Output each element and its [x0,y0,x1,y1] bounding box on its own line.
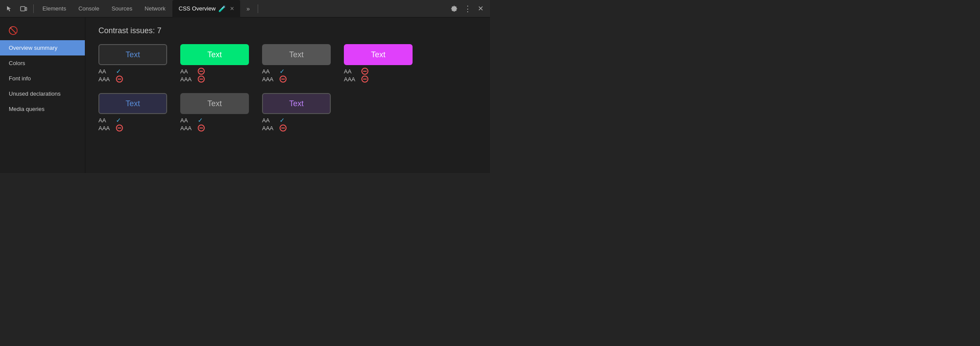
fail-icon-aa-4 [361,68,368,75]
check-row-aaa-1: AAA [98,76,123,83]
fail-icon-aaa-7 [280,125,287,131]
aaa-label-5: AAA [98,125,112,131]
contrast-checks-6: AA ✓ AAA [180,117,205,131]
aaa-label-1: AAA [98,76,112,83]
sidebar: 🚫 Overview summary Colors Font info Unus… [0,17,85,173]
check-row-aaa-3: AAA [262,76,287,83]
tab-close-icon[interactable]: × [230,5,234,13]
contrast-box-text-6: Text [207,99,222,108]
contrast-box-7[interactable]: Text [262,93,331,114]
contrast-item-4: Text AA AAA [344,44,413,83]
pass-icon-aa-1: ✓ [116,68,121,75]
aaa-label-7: AAA [262,125,276,131]
device-toggle-icon[interactable] [18,3,30,15]
contrast-item-5: Text AA ✓ AAA [98,93,167,131]
contrast-grid: Text AA ✓ AAA [98,44,477,131]
more-tabs-icon[interactable]: » [242,3,254,15]
contrast-item-3: Text AA ✓ AAA [262,44,331,83]
check-row-aa-6: AA ✓ [180,117,205,124]
fail-icon-aaa-6 [198,125,205,131]
fail-icon-aa-2 [198,68,205,75]
contrast-checks-2: AA AAA [180,68,205,83]
contrast-box-6[interactable]: Text [180,93,249,114]
pass-icon-aa-7: ✓ [280,117,285,124]
settings-icon[interactable] [448,3,460,15]
toolbar-right-controls: ⋮ ✕ [448,3,486,15]
aaa-label-6: AAA [180,125,194,131]
check-row-aa-4: AA [344,68,368,75]
aa-label-6: AA [180,117,194,124]
contrast-box-text-2: Text [207,50,222,59]
fail-icon-aaa-1 [116,76,123,83]
blocked-icon: 🚫 [7,24,19,37]
aaa-label-2: AAA [180,76,194,83]
contrast-checks-1: AA ✓ AAA [98,68,123,83]
tab-elements[interactable]: Elements [37,0,71,17]
check-row-aaa-6: AAA [180,125,205,131]
contrast-checks-4: AA AAA [344,68,368,83]
aaa-label-4: AAA [344,76,358,83]
toolbar-divider-2 [258,4,258,13]
contrast-box-3[interactable]: Text [262,44,331,65]
pass-icon-aa-3: ✓ [280,68,285,75]
tab-css-overview[interactable]: CSS Overview 🧪 × [172,0,240,17]
close-devtools-icon[interactable]: ✕ [474,3,486,15]
contrast-item-1: Text AA ✓ AAA [98,44,167,83]
check-row-aa-1: AA ✓ [98,68,123,75]
contrast-box-1[interactable]: Text [98,44,167,65]
check-row-aaa-5: AAA [98,125,123,131]
tab-network[interactable]: Network [140,0,171,17]
aa-label-5: AA [98,117,112,124]
fail-icon-aaa-2 [198,76,205,83]
contrast-box-text-3: Text [289,50,304,59]
contrast-checks-5: AA ✓ AAA [98,117,123,131]
contrast-box-text-5: Text [126,99,140,108]
check-row-aa-3: AA ✓ [262,68,287,75]
aa-label-2: AA [180,68,194,75]
contrast-box-4[interactable]: Text [344,44,413,65]
main-layout: 🚫 Overview summary Colors Font info Unus… [0,17,490,173]
tab-console[interactable]: Console [73,0,105,17]
fail-icon-aaa-4 [361,76,368,83]
cursor-tool-icon[interactable] [4,3,16,15]
sidebar-item-overview[interactable]: Overview summary [0,40,85,55]
contrast-box-text-1: Text [126,50,140,59]
check-row-aaa-7: AAA [262,125,287,131]
contrast-box-2[interactable]: Text [180,44,249,65]
contrast-row-2: Text AA ✓ AAA [98,93,477,131]
aa-label-7: AA [262,117,276,124]
aa-label-4: AA [344,68,358,75]
fail-icon-aaa-3 [280,76,287,83]
sidebar-item-media-queries[interactable]: Media queries [0,101,85,117]
contrast-box-text-7: Text [289,99,304,108]
svg-rect-1 [25,7,27,10]
content-area: Contrast issues: 7 Text AA ✓ AAA [85,17,490,173]
check-row-aa-7: AA ✓ [262,117,287,124]
contrast-row-1: Text AA ✓ AAA [98,44,477,83]
check-row-aa-5: AA ✓ [98,117,123,124]
svg-rect-0 [21,7,25,11]
flask-icon: 🧪 [218,5,226,12]
sidebar-item-colors[interactable]: Colors [0,55,85,71]
aa-label-1: AA [98,68,112,75]
check-row-aaa-2: AAA [180,76,205,83]
more-options-icon[interactable]: ⋮ [461,3,473,15]
contrast-box-5[interactable]: Text [98,93,167,114]
aaa-label-3: AAA [262,76,276,83]
pass-icon-aa-5: ✓ [116,117,121,124]
contrast-issues-title: Contrast issues: 7 [98,26,477,35]
toolbar-divider-1 [33,4,34,13]
tab-sources[interactable]: Sources [106,0,138,17]
contrast-item-7: Text AA ✓ AAA [262,93,331,131]
contrast-item-6: Text AA ✓ AAA [180,93,249,131]
devtools-toolbar: Elements Console Sources Network CSS Ove… [0,0,490,17]
sidebar-item-font-info[interactable]: Font info [0,71,85,86]
contrast-item-2: Text AA AAA [180,44,249,83]
sidebar-item-unused-declarations[interactable]: Unused declarations [0,86,85,101]
aa-label-3: AA [262,68,276,75]
check-row-aaa-4: AAA [344,76,368,83]
contrast-checks-7: AA ✓ AAA [262,117,287,131]
contrast-checks-3: AA ✓ AAA [262,68,287,83]
fail-icon-aaa-5 [116,125,123,131]
pass-icon-aa-6: ✓ [198,117,203,124]
